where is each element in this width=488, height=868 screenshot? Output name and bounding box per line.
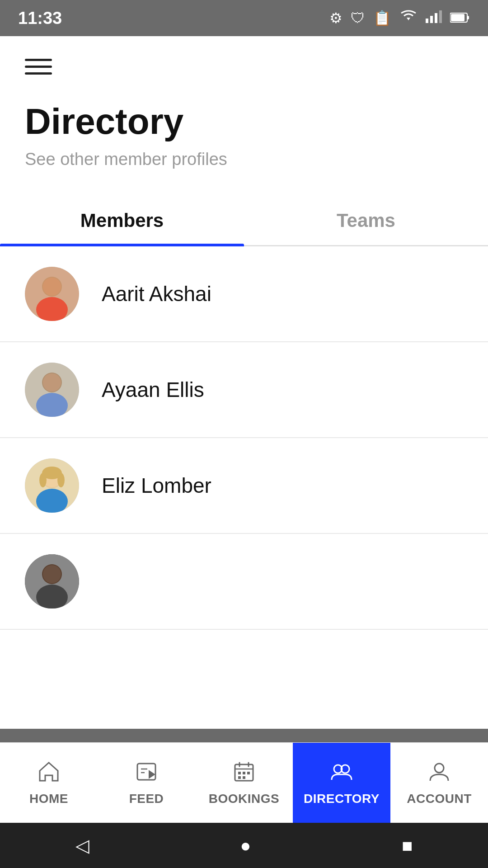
bookings-icon [232,760,256,787]
home-button[interactable]: ● [240,835,251,856]
svg-point-20 [39,473,47,487]
svg-rect-26 [137,764,155,780]
system-nav: ◁ ● ■ [0,823,488,868]
svg-rect-29 [243,772,245,774]
svg-rect-30 [247,772,250,774]
svg-rect-2 [435,13,437,23]
clipboard-icon: 📋 [373,9,391,27]
account-icon [427,760,451,787]
recents-button[interactable]: ■ [402,835,413,856]
nav-label-directory: DIRECTORY [304,792,380,806]
nav-label-account: ACCOUNT [407,792,472,806]
wifi-icon [399,9,418,27]
nav-label-feed: FEED [129,792,164,806]
nav-label-bookings: BOOKINGS [209,792,279,806]
nav-item-home[interactable]: HOME [0,743,98,823]
list-item[interactable]: Eliz Lomber [0,438,488,534]
battery-icon [450,10,470,27]
svg-rect-28 [238,772,241,774]
nav-item-directory[interactable]: DIRECTORY [293,743,390,823]
feed-icon [135,760,158,787]
svg-point-21 [57,473,65,487]
hamburger-menu[interactable] [25,59,52,75]
page-subtitle: See other member profiles [25,150,463,169]
status-bar: 11:33 ⚙ 🛡 📋 [0,0,488,36]
avatar [25,554,79,609]
member-name: Aarit Akshai [102,282,211,306]
list-item[interactable] [0,534,488,630]
shield-icon: 🛡 [351,10,365,27]
svg-rect-6 [451,14,465,21]
tab-teams[interactable]: Teams [244,196,488,245]
members-list: Aarit Akshai Ayaan Ellis [0,246,488,630]
svg-point-14 [43,373,61,392]
gear-icon: ⚙ [329,9,343,27]
bottom-nav: HOME FEED BOO [0,742,488,823]
page-title: Directory [25,102,463,142]
tab-members[interactable]: Members [0,196,244,245]
tabs-container: Members Teams [0,196,488,246]
svg-point-25 [43,565,61,583]
back-button[interactable]: ◁ [75,835,89,856]
member-name: Eliz Lomber [102,473,211,498]
list-item[interactable]: Ayaan Ellis [0,342,488,438]
avatar [25,363,79,417]
svg-rect-1 [430,16,433,23]
nav-label-home: HOME [29,792,68,806]
list-item[interactable]: Aarit Akshai [0,246,488,342]
nav-item-account[interactable]: ACCOUNT [390,743,488,823]
page-header: Directory See other member profiles [0,84,488,196]
nav-item-feed[interactable]: FEED [98,743,195,823]
svg-rect-5 [467,16,469,19]
svg-point-10 [43,278,61,296]
member-name: Ayaan Ellis [102,377,204,402]
hamburger-line-3 [25,72,52,75]
hamburger-line-2 [25,66,52,68]
directory-icon [330,760,353,787]
svg-point-35 [435,764,444,773]
svg-rect-32 [243,776,245,779]
svg-rect-31 [238,776,241,779]
status-time: 11:33 [18,9,62,28]
svg-rect-3 [439,10,442,23]
status-icons: ⚙ 🛡 📋 [329,9,470,27]
svg-rect-0 [426,19,428,23]
avatar [25,267,79,321]
nav-item-bookings[interactable]: BOOKINGS [195,743,293,823]
avatar [25,458,79,513]
signal-icon [426,9,442,27]
hamburger-line-1 [25,59,52,61]
home-icon [37,760,61,787]
